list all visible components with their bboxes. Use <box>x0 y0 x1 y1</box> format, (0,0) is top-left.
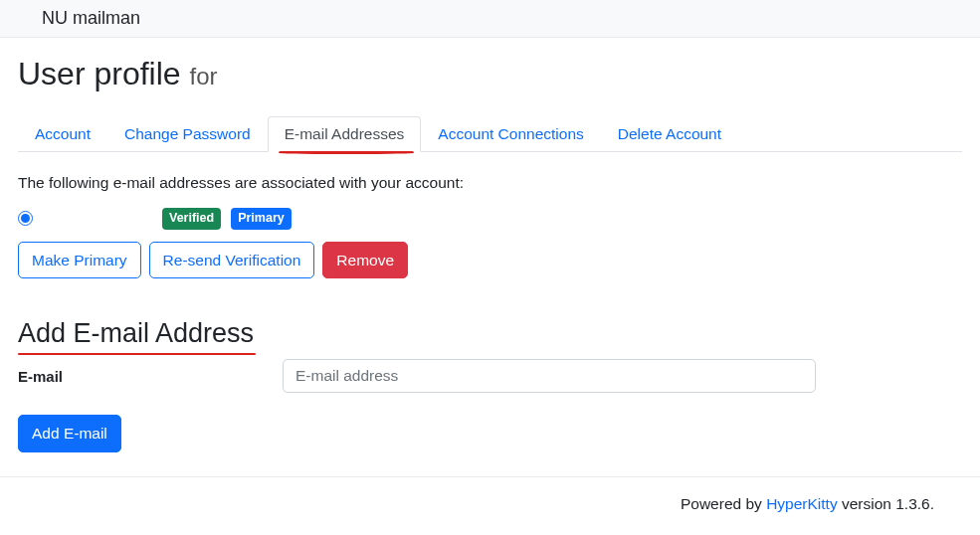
verified-badge: Verified <box>162 208 221 230</box>
tab-account[interactable]: Account <box>18 116 107 152</box>
tab-email-addresses[interactable]: E-mail Addresses <box>268 116 422 152</box>
page-title: User profile for <box>18 56 962 92</box>
footer: Powered by HyperKitty version 1.3.6. <box>0 476 980 531</box>
resend-verification-button[interactable]: Re-send Verification <box>149 242 315 279</box>
intro-text: The following e-mail addresses are assoc… <box>18 174 962 192</box>
profile-tabs: Account Change Password E-mail Addresses… <box>18 116 962 152</box>
email-actions: Make Primary Re-send Verification Remove <box>18 242 962 279</box>
primary-badge: Primary <box>231 208 292 230</box>
tab-account-connections[interactable]: Account Connections <box>421 116 600 152</box>
email-label: E-mail <box>18 368 283 385</box>
add-email-heading: Add E-mail Address <box>18 318 962 349</box>
footer-prefix: Powered by <box>681 495 766 512</box>
page-title-main: User profile <box>18 56 181 91</box>
tab-change-password[interactable]: Change Password <box>107 116 268 152</box>
remove-button[interactable]: Remove <box>322 242 408 279</box>
navbar-brand[interactable]: NU mailman <box>16 8 140 28</box>
main-container: User profile for Account Change Password… <box>0 38 980 476</box>
email-radio[interactable] <box>18 211 33 226</box>
add-email-form-row: E-mail <box>18 359 962 393</box>
page-title-sub: for <box>190 63 218 89</box>
tab-delete-account[interactable]: Delete Account <box>601 116 738 152</box>
email-input[interactable] <box>283 359 816 393</box>
footer-hyperkitty-link[interactable]: HyperKitty <box>766 495 838 512</box>
add-email-button[interactable]: Add E-mail <box>18 415 121 452</box>
footer-suffix: version 1.3.6. <box>838 495 934 512</box>
navbar: NU mailman <box>0 0 980 38</box>
add-email-heading-text: Add E-mail Address <box>18 318 254 349</box>
make-primary-button[interactable]: Make Primary <box>18 242 141 279</box>
email-row: Verified Primary <box>18 208 962 230</box>
